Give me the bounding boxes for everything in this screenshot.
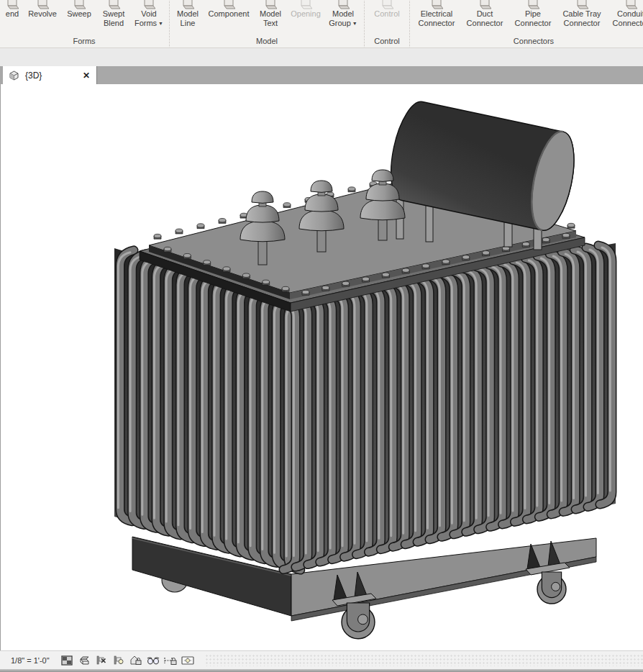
dropdown-arrow-icon[interactable]: ▼ bbox=[158, 21, 163, 26]
ribbon-button-model-group[interactable]: ModelGroup▼ bbox=[325, 0, 361, 35]
shadows-icon[interactable] bbox=[112, 654, 125, 667]
ribbon-separator bbox=[409, 0, 410, 47]
ribbon-button-cable-tray-connector[interactable]: Cable TrayConnector bbox=[558, 0, 606, 35]
ribbon-button-label: end bbox=[6, 9, 19, 28]
ribbon-button-icon bbox=[107, 0, 120, 9]
ribbon-separator bbox=[169, 0, 170, 47]
ribbon-button-icon bbox=[142, 0, 155, 9]
view-tab-bar: {3D} ✕ bbox=[0, 66, 643, 84]
ribbon-button-icon bbox=[337, 0, 350, 9]
ribbon-button-label: VoidForms▼ bbox=[134, 9, 163, 28]
ribbon-button-icon bbox=[222, 0, 235, 9]
ribbon-button-label: Sweep bbox=[67, 9, 91, 28]
ribbon-button-label: SweptBlend bbox=[103, 9, 125, 28]
view-scale-button[interactable]: 1/8" = 1'-0" bbox=[9, 655, 52, 666]
ribbon-button-model-text[interactable]: ModelText bbox=[255, 0, 286, 35]
ribbon-button-revolve-[interactable]: Revolve bbox=[24, 0, 61, 35]
view-tab-3d[interactable]: {3D} ✕ bbox=[3, 66, 97, 84]
crop-region-icon[interactable] bbox=[164, 654, 177, 667]
ribbon-button-icon bbox=[575, 0, 588, 9]
ribbon-group: end Revolve Sweep bbox=[0, 0, 168, 47]
dropdown-arrow-icon[interactable]: ▼ bbox=[352, 21, 357, 26]
ribbon-button-icon bbox=[380, 0, 393, 9]
temporary-hide-isolate-icon[interactable] bbox=[147, 654, 160, 667]
ribbon-group: ModelLine Component ModelText bbox=[170, 0, 363, 47]
visual-style-icon[interactable] bbox=[78, 654, 91, 667]
tab-close-icon[interactable]: ✕ bbox=[81, 70, 92, 81]
ribbon: end Revolve Sweep bbox=[0, 0, 643, 48]
ribbon-button-void-forms[interactable]: VoidForms▼ bbox=[132, 0, 166, 35]
ribbon-button-control-: Control bbox=[368, 0, 406, 35]
ribbon-button-opening-: Opening bbox=[288, 0, 324, 35]
ribbon-button-label: Opening bbox=[291, 9, 321, 28]
ribbon-button-end-[interactable]: end bbox=[2, 0, 22, 35]
ribbon-button-label: PipeConnector bbox=[515, 9, 552, 28]
ribbon-button-label: Control bbox=[374, 9, 399, 28]
ribbon-button-icon bbox=[264, 0, 277, 9]
ribbon-group: Control Control bbox=[365, 0, 409, 47]
ribbon-button-icon bbox=[73, 0, 86, 9]
sun-path-icon[interactable] bbox=[95, 654, 108, 667]
ribbon-button-component-[interactable]: Component bbox=[204, 0, 253, 35]
ribbon-button-icon bbox=[181, 0, 194, 9]
viewport-canvas[interactable] bbox=[0, 84, 643, 650]
lock-3d-view-icon[interactable] bbox=[129, 654, 142, 667]
ribbon-button-label: ElectricalConnector bbox=[419, 9, 455, 28]
ribbon-button-label: ConduitConnector bbox=[613, 9, 643, 28]
reveal-hidden-icon[interactable] bbox=[181, 654, 194, 667]
ribbon-button-model-line[interactable]: ModelLine bbox=[173, 0, 203, 35]
ribbon-button-label: ModelLine bbox=[177, 9, 199, 28]
window-bottom-edge bbox=[0, 669, 643, 672]
ribbon-button-icon bbox=[36, 0, 49, 9]
ribbon-button-label: ModelText bbox=[260, 9, 281, 28]
ribbon-group-label: Forms bbox=[0, 35, 168, 47]
ribbon-button-label: DuctConnector bbox=[467, 9, 503, 28]
ribbon-button-icon bbox=[624, 0, 637, 9]
ribbon-separator bbox=[364, 0, 365, 47]
3d-view-icon bbox=[9, 71, 19, 81]
ribbon-group-label: Model bbox=[170, 35, 363, 47]
ribbon-button-label: Component bbox=[209, 9, 250, 28]
detail-level-icon[interactable] bbox=[60, 654, 73, 667]
ribbon-button-conduit-connector[interactable]: ConduitConnector bbox=[607, 0, 643, 35]
ribbon-button-icon bbox=[478, 0, 491, 9]
view-control-bar: 1/8" = 1'-0" bbox=[0, 650, 643, 669]
ribbon-group: ElectricalConnector DuctConnector PipeCo… bbox=[411, 0, 643, 47]
options-bar bbox=[0, 48, 643, 66]
view-tab-label: {3D} bbox=[25, 71, 81, 81]
ribbon-group-label: Connectors bbox=[411, 35, 643, 47]
transformer-3d-model bbox=[1, 84, 643, 650]
ribbon-group-label: Control bbox=[365, 35, 409, 47]
ribbon-button-icon bbox=[299, 0, 312, 9]
ribbon-button-icon bbox=[6, 0, 19, 9]
ribbon-button-sweep-[interactable]: Sweep bbox=[63, 0, 96, 35]
ribbon-button-label: ModelGroup▼ bbox=[329, 9, 357, 28]
ribbon-button-label: Cable TrayConnector bbox=[562, 9, 601, 28]
ribbon-button-swept-blend[interactable]: SweptBlend bbox=[97, 0, 130, 35]
ribbon-button-pipe-connector[interactable]: PipeConnector bbox=[509, 0, 557, 35]
ribbon-button-icon bbox=[430, 0, 443, 9]
ribbon-button-duct-connector[interactable]: DuctConnector bbox=[462, 0, 508, 35]
ribbon-button-label: Revolve bbox=[28, 9, 57, 28]
ribbon-button-icon bbox=[526, 0, 539, 9]
ribbon-button-electrical-connector[interactable]: ElectricalConnector bbox=[413, 0, 460, 35]
